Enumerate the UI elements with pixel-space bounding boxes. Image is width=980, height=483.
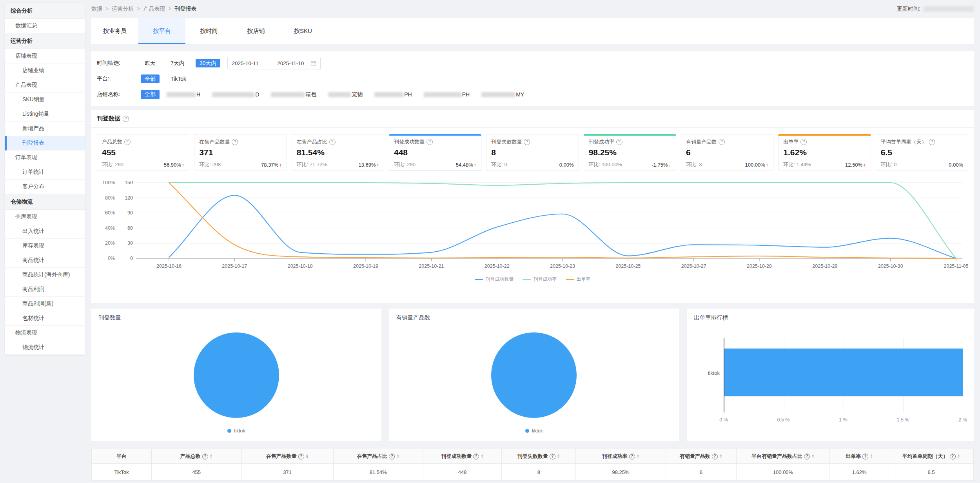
shop-option-blurred-1[interactable]: H xyxy=(167,91,200,98)
table-header-2[interactable]: 在售产品数量?▲▼ xyxy=(241,449,333,464)
sidebar-item[interactable]: 店铺表现 xyxy=(5,49,85,64)
sort-icons[interactable]: ▲▼ xyxy=(306,454,309,459)
shop-option-blurred-4[interactable]: 宠物 xyxy=(328,91,363,98)
sidebar-item[interactable]: SKU销量 xyxy=(5,93,85,107)
help-icon[interactable]: ? xyxy=(804,454,810,459)
breadcrumb-item[interactable]: 数据 xyxy=(91,5,102,12)
table-header-9[interactable]: 出单率?▲▼ xyxy=(830,449,889,464)
legend-item-0[interactable]: 刊登成功数量 xyxy=(475,276,514,283)
sidebar-item[interactable]: 商品统计(海外仓库) xyxy=(5,268,85,282)
sort-icons[interactable]: ▲▼ xyxy=(957,454,960,459)
platform-option-1[interactable]: TikTok xyxy=(167,74,190,83)
sort-icons[interactable]: ▲▼ xyxy=(557,454,560,459)
tab-by-platform[interactable]: 按平台 xyxy=(138,18,185,44)
table-header-10[interactable]: 平均首单周期（天）?▲▼ xyxy=(889,449,974,464)
sort-icons[interactable]: ▲▼ xyxy=(210,454,213,459)
sidebar-item[interactable]: 包材统计 xyxy=(5,311,85,326)
table-header-4[interactable]: 刊登成功数量?▲▼ xyxy=(423,449,502,464)
tab-by-time[interactable]: 按时间 xyxy=(185,18,232,44)
publish-count-pie-legend[interactable]: tiktok xyxy=(98,428,374,434)
sidebar-item[interactable]: 订单表现 xyxy=(5,151,85,165)
help-icon[interactable]: ? xyxy=(616,139,622,145)
help-icon[interactable]: ? xyxy=(524,139,530,145)
shop-option-blurred-6[interactable]: PH xyxy=(424,91,470,98)
metric-card-sales-product-count[interactable]: 有销量产品数?6环比: 3100.00%↑ xyxy=(681,134,773,171)
sidebar-item[interactable]: 商品利润 xyxy=(5,282,85,297)
help-icon[interactable]: ? xyxy=(719,139,725,145)
time-option-0[interactable]: 昨天 xyxy=(141,59,160,67)
help-icon[interactable]: ? xyxy=(298,454,304,459)
sidebar-item[interactable]: Listing销量 xyxy=(5,107,85,122)
shop-option-blurred-5[interactable]: PH xyxy=(374,91,412,98)
sidebar-item[interactable]: 数据汇总 xyxy=(5,19,85,33)
date-range-input[interactable]: 2025-10-11 → 2025-11-10 xyxy=(227,57,321,69)
sort-icons[interactable]: ▲▼ xyxy=(719,454,722,459)
metric-card-publish-success-quantity[interactable]: 刊登成功数量?448环比: 29054.48%↑ xyxy=(389,134,481,171)
time-option-1[interactable]: 7天内 xyxy=(167,59,189,67)
help-icon[interactable]: ? xyxy=(123,116,129,122)
help-icon[interactable]: ? xyxy=(202,454,208,459)
help-icon[interactable]: ? xyxy=(800,139,807,145)
help-icon[interactable]: ? xyxy=(329,139,336,145)
table-cell: 98.25% xyxy=(576,464,666,481)
help-icon[interactable]: ? xyxy=(426,139,433,145)
help-icon[interactable]: ? xyxy=(862,454,868,459)
sort-icons[interactable]: ▲▼ xyxy=(811,454,815,459)
help-icon[interactable]: ? xyxy=(389,454,395,459)
sidebar-item[interactable]: 产品表现 xyxy=(5,78,85,93)
table-header-7[interactable]: 有销量产品数?▲▼ xyxy=(666,449,736,464)
breadcrumb-item[interactable]: 运营分析 xyxy=(112,5,134,12)
sidebar-item[interactable]: 商品统计 xyxy=(5,253,85,268)
metric-card-avg-first-order-cycle[interactable]: 平均首单周期（天）?6.5环比: 00.00% xyxy=(876,134,968,171)
sidebar-item[interactable]: 物流统计 xyxy=(5,340,85,355)
legend-item-1[interactable]: 刊登成功率 xyxy=(523,276,557,283)
sidebar-item-active[interactable]: 刊登报表 xyxy=(5,136,85,151)
tab-by-salesman[interactable]: 按业务员 xyxy=(91,18,138,44)
help-icon[interactable]: ? xyxy=(929,139,935,145)
sidebar-item[interactable]: 订单统计 xyxy=(5,165,85,180)
shop-option-all[interactable]: 全部 xyxy=(141,90,160,99)
table-header-5[interactable]: 刊登失败数量?▲▼ xyxy=(502,449,576,464)
metric-card-order-rate[interactable]: 出单率?1.62%环比: 1.44%12.50%↑ xyxy=(778,134,871,171)
table-header-6[interactable]: 刊登成功率?▲▼ xyxy=(576,449,666,464)
tab-by-sku[interactable]: 按SKU xyxy=(279,18,327,44)
sidebar-item[interactable]: 库存表现 xyxy=(5,239,85,253)
help-icon[interactable]: ? xyxy=(950,454,956,459)
help-icon[interactable]: ? xyxy=(712,454,718,459)
sort-icons[interactable]: ▲▼ xyxy=(637,454,640,459)
help-icon[interactable]: ? xyxy=(473,454,479,459)
table-header-1[interactable]: 产品总数?▲▼ xyxy=(152,449,242,464)
breadcrumb-item[interactable]: 产品表现 xyxy=(143,5,165,12)
metric-card-total-products[interactable]: 产品总数?455环比: 29056.90%↑ xyxy=(97,134,189,171)
table-header-3[interactable]: 在售产品占比?▲▼ xyxy=(333,449,423,464)
platform-option-0[interactable]: 全部 xyxy=(141,74,160,83)
sidebar-item[interactable]: 新增产品 xyxy=(5,122,85,136)
metric-card-publish-fail-quantity[interactable]: 刊登失败数量?8环比: 00.00% xyxy=(486,134,579,171)
sidebar-item[interactable]: 店铺业绩 xyxy=(5,64,85,78)
sidebar-item[interactable]: 物流表现 xyxy=(5,326,85,340)
table-header-8[interactable]: 平台有销量产品数占比?▲▼ xyxy=(736,449,830,464)
sort-icons[interactable]: ▲▼ xyxy=(481,454,484,459)
sidebar-item[interactable]: 客户分布 xyxy=(5,180,85,194)
metric-card-on-sale-ratio[interactable]: 在售产品占比?81.54%环比: 71.72%13.69%↑ xyxy=(292,134,384,171)
tab-by-shop[interactable]: 按店铺 xyxy=(232,18,279,44)
sales-products-pie-legend[interactable]: tiktok xyxy=(396,428,672,434)
metric-card-on-sale-quantity[interactable]: 在售产品数量?371环比: 20878.37%↑ xyxy=(194,134,287,171)
shop-option-blurred-7[interactable]: MY xyxy=(481,91,524,98)
legend-item-2[interactable]: 出单率 xyxy=(566,276,591,283)
help-icon[interactable]: ? xyxy=(232,139,238,145)
sidebar-item[interactable]: 商品利润(新) xyxy=(5,297,85,311)
sidebar-item[interactable]: 仓库表现 xyxy=(5,210,85,224)
help-icon[interactable]: ? xyxy=(124,139,131,145)
bar-tiktok[interactable] xyxy=(724,349,963,396)
sidebar-item[interactable]: 出入统计 xyxy=(5,224,85,239)
shop-option-blurred-3[interactable]: 箱包 xyxy=(271,91,316,98)
shop-option-blurred-2[interactable]: D xyxy=(212,91,259,98)
table-header-inner: 在售产品数量?▲▼ xyxy=(243,453,332,460)
help-icon[interactable]: ? xyxy=(629,454,635,459)
sort-icons[interactable]: ▲▼ xyxy=(396,454,399,459)
time-option-2[interactable]: 30天内 xyxy=(196,59,221,67)
sort-icons[interactable]: ▲▼ xyxy=(870,454,873,459)
help-icon[interactable]: ? xyxy=(550,454,555,459)
metric-card-publish-success-rate[interactable]: 刊登成功率?98.25%环比: 100.00%-1.75%↓ xyxy=(584,134,676,171)
